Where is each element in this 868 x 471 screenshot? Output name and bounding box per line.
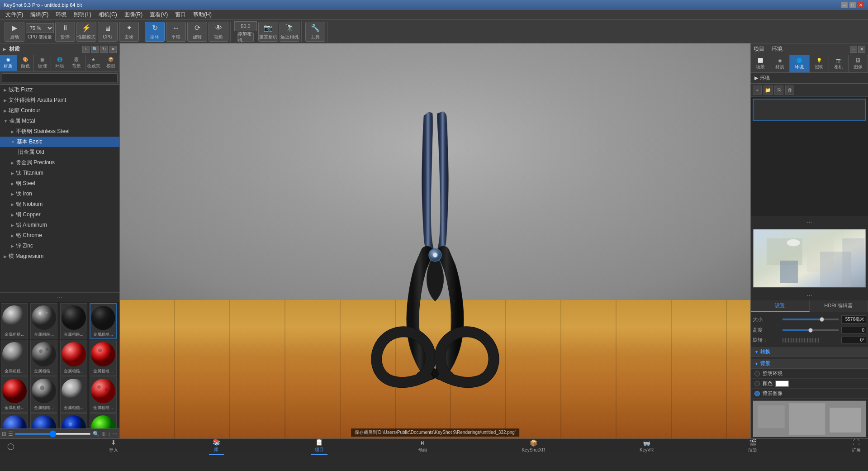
menu-view[interactable]: 查看(V) xyxy=(146,10,171,19)
more-icon[interactable]: ⋯ xyxy=(112,431,118,437)
tree-basic[interactable]: ▼ 基本 Basic xyxy=(0,137,119,147)
tree-axalta[interactable]: ▶ 文仕得涂料 Axalta Paint xyxy=(0,95,119,105)
view-button[interactable]: 👁 视角 xyxy=(209,22,228,42)
tree-chrome[interactable]: ▶ 铬 Chrome xyxy=(0,230,119,241)
rotate-button[interactable]: ⟳ 旋转 xyxy=(187,22,207,42)
menu-file[interactable]: 文件(F) xyxy=(2,10,27,19)
add-camera-button[interactable]: 添加相机 xyxy=(237,32,254,42)
tree-magnesium[interactable]: ▶ 镁 Magnesium xyxy=(0,251,119,262)
size-slider[interactable] xyxy=(15,433,91,435)
tree-steel[interactable]: ▶ 钢 Steel xyxy=(0,178,119,189)
thumb-12[interactable]: 金属粗糙... xyxy=(90,376,117,413)
rp-tab-environment[interactable]: 🌐 环境 xyxy=(790,55,809,72)
thumb-6[interactable]: 金属粗糙... xyxy=(30,340,57,376)
rp-tab-lighting[interactable]: 💡 照明 xyxy=(810,55,829,72)
import-button[interactable]: ⬇ 导入 xyxy=(105,438,122,454)
bg-image-radio[interactable] xyxy=(754,391,760,396)
sort-icon[interactable]: ↕ xyxy=(108,431,110,437)
thumb-10[interactable]: 金属粗糙... xyxy=(30,376,57,413)
denoise-button[interactable]: ✦ 去噪 xyxy=(119,22,139,42)
menu-help[interactable]: 帮助(H) xyxy=(190,10,215,19)
minimize-button[interactable]: ─ xyxy=(841,2,848,8)
material-search-input[interactable] xyxy=(2,73,118,82)
env-sub-tab-hdri[interactable]: HDRI 编辑器 xyxy=(810,300,868,312)
key-vr-button[interactable]: 🥽 KeyVR xyxy=(636,438,657,453)
render-value-input[interactable] xyxy=(234,21,257,31)
tree-iron[interactable]: ▶ 铁 Iron xyxy=(0,189,119,199)
extend-button[interactable]: ⛶ 扩展 xyxy=(848,438,864,454)
thumb-11[interactable]: 金属粗糙... xyxy=(60,376,87,413)
height-value[interactable]: 0 xyxy=(841,327,866,333)
tree-metal[interactable]: ▼ 金属 Metal xyxy=(0,116,119,126)
env-folder-btn[interactable]: 📁 xyxy=(764,86,773,95)
keyshot-xr-button[interactable]: 📦 KeyShotXR xyxy=(518,438,549,453)
panel-close-icon[interactable]: ✕ xyxy=(109,46,117,53)
bg-lighting-radio[interactable] xyxy=(754,371,760,376)
library-icon-left[interactable]: ◯ xyxy=(4,442,18,451)
viewport[interactable]: 每秒帧数： 72.8 时间： 4m 37s 采样值： 1116 三角形： 238… xyxy=(120,43,750,438)
distance-camera-button[interactable]: 🔭 远近相机 xyxy=(280,22,299,42)
tree-stainless[interactable]: ▶ 不锈钢 Stainless Steel xyxy=(0,126,119,137)
pause-button[interactable]: ⏸ 暂停 xyxy=(55,22,75,42)
menu-light[interactable]: 照明(L) xyxy=(70,10,95,19)
size-value[interactable]: 5576毫米 xyxy=(841,315,866,324)
thumb-15[interactable]: 金属粗糙... xyxy=(60,413,87,428)
height-slider-thumb[interactable] xyxy=(808,328,813,333)
menu-env[interactable]: 环境 xyxy=(52,10,70,19)
thumb-5[interactable]: 金属粗糙... xyxy=(1,340,28,376)
tree-fuzz[interactable]: ▶ 绒毛 Fuzz xyxy=(0,85,119,95)
tab-model[interactable]: 📦 模型 xyxy=(102,55,119,71)
pan-button[interactable]: ↔ 平移 xyxy=(166,22,186,42)
thumb-3[interactable]: 金属粗糙... xyxy=(60,303,87,339)
thumb-2[interactable]: 金属粗糙... xyxy=(30,303,57,339)
tree-old[interactable]: 旧金属 Old xyxy=(0,147,119,157)
env-delete-btn[interactable]: 🗑 xyxy=(785,86,794,95)
env-item-1[interactable] xyxy=(753,99,866,121)
rotate-value[interactable]: 0° xyxy=(841,337,866,343)
grid-icon[interactable]: ⊞ xyxy=(2,431,6,437)
menu-edit[interactable]: 编辑(E) xyxy=(27,10,52,19)
env-copy-btn[interactable]: ⎘ xyxy=(774,86,783,95)
bg-color-radio[interactable] xyxy=(754,381,760,386)
tree-copper[interactable]: ▶ 铜 Copper xyxy=(0,209,119,220)
tree-titanium[interactable]: ▶ 钛 Titanium xyxy=(0,168,119,178)
rp-minimize-btn[interactable]: ─ xyxy=(850,46,857,53)
size-slider-thumb[interactable] xyxy=(820,317,824,322)
rp-tab-camera[interactable]: 📷 相机 xyxy=(829,55,849,72)
thumb-13[interactable]: 金属粗糙... xyxy=(1,413,28,428)
zoom-out-icon[interactable]: 🔍 xyxy=(93,431,100,437)
rp-tab-scene[interactable]: ⬜ 场景 xyxy=(751,55,770,72)
rp-close-btn[interactable]: ✕ xyxy=(858,46,865,53)
tab-texture[interactable]: ▦ 纹理 xyxy=(34,55,51,71)
tree-niobium[interactable]: ▶ 铌 Niobium xyxy=(0,199,119,209)
env-sub-tab-settings[interactable]: 设置 xyxy=(751,300,810,312)
render-button[interactable]: 🎬 渲染 xyxy=(745,438,761,454)
add-icon[interactable]: + xyxy=(82,46,90,53)
tools-button[interactable]: 🔧 工具 xyxy=(305,22,325,42)
perf-mode-button[interactable]: ⚡ 性能模式 xyxy=(76,22,96,42)
thumb-9[interactable]: 金属粗糙... xyxy=(1,376,28,413)
menu-image[interactable]: 图像(R) xyxy=(121,10,147,19)
zoom-in-icon[interactable]: ⊕ xyxy=(101,431,106,437)
zoom-select[interactable]: 75 % 50 % 100 % xyxy=(26,23,54,33)
env-add-btn[interactable]: + xyxy=(753,86,762,95)
tab-favorites[interactable]: ★ 收藏夹 xyxy=(85,55,103,71)
transform-section[interactable]: ▼ 转换 xyxy=(751,347,868,357)
loop-button[interactable]: ↻ 循环 xyxy=(145,22,165,42)
start-button[interactable]: ▶ 启动 xyxy=(5,22,24,42)
reset-camera-button[interactable]: 📷 重置相机 xyxy=(258,22,278,42)
tab-material[interactable]: ◉ 材质 xyxy=(0,55,17,71)
thumb-1[interactable]: 金属粗糙... xyxy=(1,303,28,339)
refresh-icon[interactable]: ↻ xyxy=(100,46,108,53)
cpu-button[interactable]: 🖥 CPU xyxy=(98,22,118,42)
tree-zinc[interactable]: ▶ 锌 Zinc xyxy=(0,241,119,251)
thumb-16[interactable]: 金属粗糙... xyxy=(90,413,117,428)
thumb-8[interactable]: 金属粗糙... xyxy=(90,340,117,376)
tree-precious[interactable]: ▶ 贵金属 Precious xyxy=(0,157,119,168)
close-button[interactable]: ✕ xyxy=(857,2,864,8)
menu-window[interactable]: 窗口 xyxy=(171,10,190,19)
menu-camera[interactable]: 相机(C) xyxy=(95,10,121,19)
tree-contour[interactable]: ▶ 轮廓 Contour xyxy=(0,105,119,116)
library-button[interactable]: 📚 库 xyxy=(209,438,224,455)
rp-tab-material[interactable]: ◉ 材质 xyxy=(770,55,790,72)
